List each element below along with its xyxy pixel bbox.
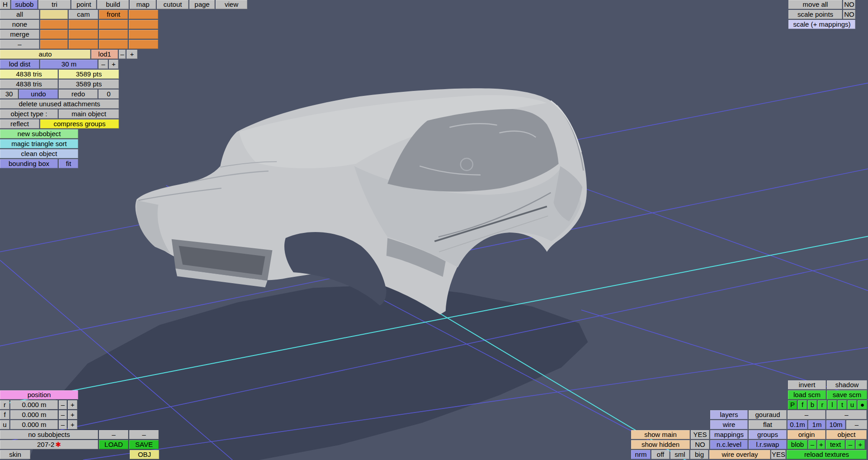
position-r-minus-button[interactable]: – — [59, 400, 67, 409]
subobject-dash-button[interactable]: – — [99, 430, 128, 439]
gouraud-button[interactable]: gouraud — [749, 410, 787, 419]
view-perspective-button[interactable]: P — [788, 400, 797, 409]
clean-object-button[interactable]: clean object — [0, 149, 78, 158]
show-main-button[interactable]: show main — [631, 430, 690, 439]
lod1-button[interactable]: lod1 — [91, 50, 118, 59]
layers-button[interactable]: layers — [710, 410, 748, 419]
view-front-button[interactable]: f — [798, 400, 807, 409]
text-minus-button[interactable]: – — [846, 440, 855, 449]
scale-points-button[interactable]: scale points — [788, 10, 842, 19]
tab-tri[interactable]: tri — [38, 0, 71, 9]
selection-dash-button[interactable]: – — [0, 40, 39, 49]
position-u-minus-button[interactable]: – — [59, 420, 67, 429]
tab-build[interactable]: build — [97, 0, 129, 9]
off-button[interactable]: off — [651, 450, 670, 459]
selection-slot[interactable] — [69, 30, 98, 39]
selection-slot[interactable] — [129, 30, 158, 39]
subobjects-status[interactable]: no subobjects — [0, 430, 98, 439]
scale-mappings-button[interactable]: scale (+ mappings) — [788, 20, 855, 29]
viewport-3d[interactable] — [0, 0, 868, 460]
select-all-button[interactable]: all — [0, 10, 39, 19]
position-f-plus-button[interactable]: + — [68, 410, 77, 419]
selection-slot[interactable] — [129, 20, 158, 29]
selection-slot[interactable] — [40, 10, 68, 19]
redo-button[interactable]: redo — [59, 90, 98, 99]
shadow-button[interactable]: shadow — [827, 380, 867, 389]
tab-cutout[interactable]: cutout — [157, 0, 189, 9]
selection-slot[interactable] — [129, 40, 158, 49]
lod-dist-plus-button[interactable]: + — [109, 60, 118, 69]
big-button[interactable]: big — [690, 450, 708, 459]
view-left-button[interactable]: l — [828, 400, 837, 409]
selection-slot[interactable] — [40, 40, 68, 49]
wire-button[interactable]: wire — [710, 420, 748, 429]
move-all-value[interactable]: NO — [843, 0, 855, 9]
selection-slot[interactable] — [99, 20, 128, 29]
lod-dist-minus-button[interactable]: – — [99, 60, 108, 69]
tab-subob[interactable]: subob — [11, 0, 38, 9]
text-button[interactable]: text — [826, 440, 845, 449]
merge-button[interactable]: merge — [0, 30, 39, 39]
reload-textures-button[interactable]: reload textures — [787, 450, 867, 459]
obj-button[interactable]: OBJ — [130, 450, 159, 459]
object-button[interactable]: object — [826, 430, 867, 439]
subobject-dash-button[interactable]: – — [129, 430, 159, 439]
delete-unused-attachments-button[interactable]: delete unused attachments — [0, 100, 119, 109]
render-dash-button[interactable]: – — [826, 410, 867, 419]
nc-level-button[interactable]: n.c.level — [710, 440, 748, 449]
reflect-button[interactable]: reflect — [0, 119, 39, 128]
selection-slot[interactable] — [40, 20, 68, 29]
move-all-button[interactable]: move all — [788, 0, 842, 9]
render-dash-button[interactable]: – — [788, 410, 826, 419]
selection-slot[interactable] — [129, 10, 158, 19]
wire-overlay-button[interactable]: wire overlay — [709, 450, 770, 459]
show-hidden-button[interactable]: show hidden — [631, 440, 690, 449]
lod-dist-value[interactable]: 30 m — [40, 60, 98, 69]
selection-slot[interactable] — [40, 30, 68, 39]
text-plus-button[interactable]: + — [856, 440, 865, 449]
view-back-button[interactable]: b — [808, 400, 817, 409]
sml-button[interactable]: sml — [670, 450, 689, 459]
position-r-plus-button[interactable]: + — [68, 400, 77, 409]
object-type-value[interactable]: main object — [59, 109, 119, 119]
grid-step-10m-button[interactable]: 10m — [826, 420, 845, 429]
grid-step-1m-button[interactable]: 1m — [808, 420, 826, 429]
blob-plus-button[interactable]: + — [817, 440, 825, 449]
nrm-button[interactable]: nrm — [631, 450, 651, 459]
front-button[interactable]: front — [99, 10, 128, 19]
undo-button[interactable]: undo — [19, 90, 58, 99]
selection-slot[interactable] — [99, 40, 128, 49]
flat-button[interactable]: flat — [749, 420, 787, 429]
tab-point[interactable]: point — [71, 0, 96, 9]
compress-groups-button[interactable]: compress groups — [40, 119, 119, 128]
model-name[interactable]: 207-2✱ — [0, 440, 98, 449]
bounding-box-button[interactable]: bounding box — [0, 159, 58, 168]
tab-map[interactable]: map — [130, 0, 156, 9]
tab-view[interactable]: view — [216, 0, 247, 9]
position-u-plus-button[interactable]: + — [68, 420, 77, 429]
load-button[interactable]: LOAD — [99, 440, 128, 449]
magic-triangle-sort-button[interactable]: magic triangle sort — [0, 139, 78, 148]
fit-button[interactable]: fit — [59, 159, 78, 168]
mappings-button[interactable]: mappings — [710, 430, 748, 439]
view-right-button[interactable]: r — [818, 400, 827, 409]
view-top-button[interactable]: t — [838, 400, 847, 409]
cam-button[interactable]: cam — [69, 10, 98, 19]
save-button[interactable]: SAVE — [129, 440, 159, 449]
groups-button[interactable]: groups — [749, 430, 787, 439]
new-subobject-button[interactable]: new subobject — [0, 129, 78, 138]
lr-swap-button[interactable]: l.r.swap — [749, 440, 787, 449]
selection-slot[interactable] — [69, 20, 98, 29]
blob-button[interactable]: blob — [788, 440, 807, 449]
show-hidden-value[interactable]: NO — [691, 440, 709, 449]
origin-button[interactable]: origin — [788, 430, 826, 439]
save-scm-button[interactable]: save scm — [827, 390, 867, 399]
lod-minus-button[interactable]: – — [119, 50, 126, 59]
position-f-value[interactable]: 0.000 m — [10, 410, 58, 419]
grid-step-dash-button[interactable]: – — [846, 420, 867, 429]
select-none-button[interactable]: none — [0, 20, 39, 29]
view-under-button[interactable]: u — [848, 400, 857, 409]
view-dot-button[interactable]: ● — [858, 400, 867, 409]
tab-page[interactable]: page — [189, 0, 215, 9]
blob-minus-button[interactable]: – — [808, 440, 816, 449]
